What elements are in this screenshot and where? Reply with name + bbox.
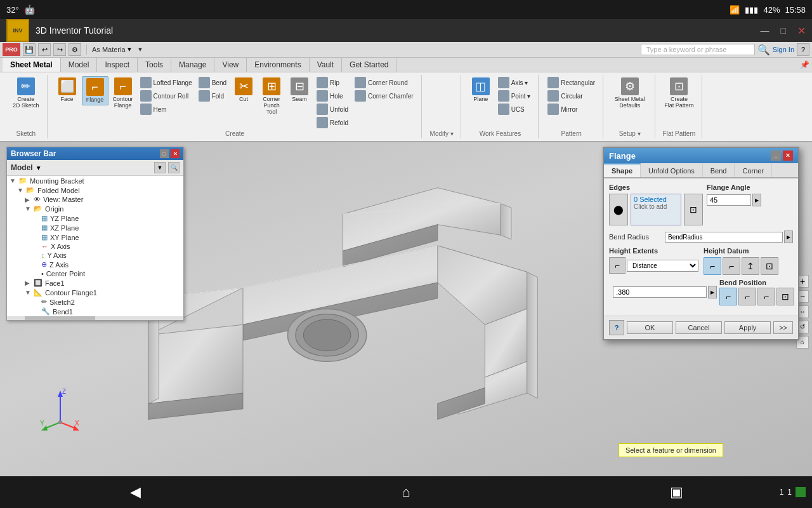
tab-bend[interactable]: Bend <box>703 163 735 177</box>
tree-item-folded-model[interactable]: ▼ 📂 Folded Model <box>7 185 183 195</box>
tree-item-xy-plane[interactable]: ▶ ▦ XY Plane <box>7 232 183 242</box>
browser-close-btn[interactable]: ✕ <box>171 149 180 158</box>
browser-toolbar-search[interactable]: 🔍 <box>168 162 180 173</box>
qat-misc[interactable]: ⚙ <box>69 43 81 56</box>
tree-item-xz-plane[interactable]: ▶ ▦ XZ Plane <box>7 223 183 232</box>
maximize-icon[interactable]: □ <box>781 25 786 36</box>
hole-btn[interactable]: Hole <box>314 90 351 102</box>
hem-btn[interactable]: Hem <box>138 103 195 116</box>
create-flat-pattern-btn[interactable]: ⊡ CreateFlat Pattern <box>662 76 697 110</box>
tab-environments[interactable]: Environments <box>247 58 309 72</box>
fold-btn[interactable]: Fold <box>196 90 229 102</box>
browser-toolbar-filter[interactable]: ▼ <box>154 162 166 173</box>
lofted-flange-btn[interactable]: Lofted Flange <box>138 76 195 89</box>
edge-selector-btn-1[interactable]: ⬤ <box>609 194 628 225</box>
unfold-btn[interactable]: Unfold <box>314 103 351 116</box>
bend-pos-btn-1[interactable]: ⌐ <box>719 288 737 305</box>
tab-view[interactable]: View <box>214 58 247 72</box>
edge-selector-btn-2[interactable]: ⊡ <box>684 194 703 225</box>
tree-item-bend1[interactable]: ▶ 🔧 Bend1 <box>7 307 183 316</box>
tab-shape[interactable]: Shape <box>604 163 641 177</box>
tree-item-origin[interactable]: ▼ 📂 Origin <box>7 204 183 213</box>
sheet-metal-defaults-btn[interactable]: ⚙ Sheet MetalDefaults <box>612 76 648 110</box>
bend-radius-arrow[interactable]: ▶ <box>784 231 793 243</box>
tree-item-center-point[interactable]: ▶ • Center Point <box>7 269 183 278</box>
axis-btn[interactable]: Axis ▾ <box>495 76 534 89</box>
minimize-icon[interactable]: — <box>761 25 769 36</box>
height-value-arrow[interactable]: ▶ <box>708 286 717 298</box>
dialog-min-btn[interactable]: _ <box>771 150 781 161</box>
color-selector[interactable]: ▼ <box>138 46 143 53</box>
tree-item-face1[interactable]: ▶ 🔲 Face1 <box>7 278 183 288</box>
rectangular-btn[interactable]: Rectangular <box>545 76 598 89</box>
flange-btn[interactable]: ⌐ Flange <box>82 76 108 105</box>
bend-pos-btn-3[interactable]: ⌐ <box>757 288 775 305</box>
qat-undo[interactable]: ↩ <box>38 43 51 56</box>
rip-btn[interactable]: Rip <box>314 76 351 89</box>
browser-restore-btn[interactable]: □ <box>160 149 169 158</box>
seam-btn[interactable]: ⊟ Seam <box>286 76 313 104</box>
tree-item-x-axis[interactable]: ▶ ↔ X Axis <box>7 242 183 251</box>
face-btn[interactable]: ⬜ Face <box>54 76 81 104</box>
dialog-cancel-btn[interactable]: Cancel <box>676 321 722 334</box>
bend-btn[interactable]: Bend <box>196 76 229 89</box>
model-dropdown-arrow[interactable]: ▼ <box>36 164 42 171</box>
height-extents-select[interactable]: Distance <box>627 260 698 272</box>
search-box[interactable]: Type a keyword or phrase <box>641 44 755 55</box>
nav-recent-btn[interactable]: ▣ <box>658 479 696 505</box>
tab-corner[interactable]: Corner <box>735 163 772 177</box>
dialog-ok-btn[interactable]: OK <box>627 321 673 334</box>
tab-inspect[interactable]: Inspect <box>97 58 138 72</box>
search-btn[interactable]: 🔍 <box>757 43 770 56</box>
bend-pos-btn-4[interactable]: ⊡ <box>776 288 794 305</box>
refold-btn[interactable]: Refold <box>314 116 351 129</box>
tree-item-y-axis[interactable]: ▶ ↕ Y Axis <box>7 251 183 260</box>
dialog-more-btn[interactable]: >> <box>773 321 793 334</box>
tab-tools[interactable]: Tools <box>138 58 171 72</box>
height-value-input[interactable]: .380 <box>613 286 707 298</box>
signin-btn[interactable]: Sign In <box>773 46 794 53</box>
tree-item-contour-flange1[interactable]: ▼ 📐 Contour Flange1 <box>7 288 183 297</box>
material-selector[interactable]: As Materia ▼ <box>92 46 133 53</box>
tab-sheet-metal[interactable]: Sheet Metal <box>3 58 61 72</box>
corner-punch-btn[interactable]: ⊞ CornerPunchTool <box>258 76 285 117</box>
height-datum-btn-3[interactable]: ↥ <box>742 257 759 275</box>
tab-model[interactable]: Model <box>61 58 98 72</box>
tab-manage[interactable]: Manage <box>171 58 214 72</box>
contour-roll-btn[interactable]: Contour Roll <box>138 90 195 102</box>
mirror-btn[interactable]: Mirror <box>545 103 598 116</box>
tree-item-yz-plane[interactable]: ▶ ▦ YZ Plane <box>7 213 183 223</box>
nav-home-btn[interactable]: ⌂ <box>387 479 425 505</box>
tree-item-z-axis[interactable]: ▶ ⊕ Z Axis <box>7 260 183 269</box>
flange-angle-input[interactable] <box>707 194 751 206</box>
circular-btn[interactable]: Circular <box>545 90 598 102</box>
dialog-apply-btn[interactable]: Apply <box>724 321 771 334</box>
dialog-help-btn[interactable]: ? <box>609 320 624 335</box>
help-btn[interactable]: ? <box>797 43 809 56</box>
height-datum-btn-1[interactable]: ⌐ <box>704 257 721 275</box>
nav-back-btn[interactable]: ◀ <box>116 479 154 505</box>
plane-btn[interactable]: ◫ Plane <box>468 76 494 104</box>
tab-pin[interactable]: 📌 <box>797 58 812 72</box>
cut-btn[interactable]: ✂ Cut <box>230 76 257 104</box>
file-menu-btn[interactable]: PRO <box>3 43 20 56</box>
qat-redo[interactable]: ↪ <box>53 43 66 56</box>
dialog-close-btn[interactable]: ✕ <box>783 150 793 161</box>
ucs-btn[interactable]: UCS <box>495 103 534 116</box>
contour-flange-btn[interactable]: ⌐ ContourFlange <box>110 76 136 110</box>
create-2d-sketch-btn[interactable]: ✏ Create2D Sketch <box>10 76 42 110</box>
close-icon[interactable]: ✕ <box>797 25 806 37</box>
tab-unfold-options[interactable]: Unfold Options <box>641 163 703 177</box>
corner-chamfer-btn[interactable]: Corner Chamfer <box>352 90 416 102</box>
corner-round-btn[interactable]: Corner Round <box>352 76 416 89</box>
bend-radius-input[interactable] <box>665 232 783 243</box>
tree-item-view-master[interactable]: ▶ 👁 View: Master <box>7 195 183 204</box>
height-datum-btn-4[interactable]: ⊡ <box>761 257 778 275</box>
tree-item-mounting-bracket[interactable]: ▼ 📁 Mounting Bracket <box>7 176 183 185</box>
tab-get-started[interactable]: Get Started <box>342 58 396 72</box>
tab-vault[interactable]: Vault <box>310 58 342 72</box>
tree-item-sketch2[interactable]: ▶ ✏ Sketch2 <box>7 297 183 307</box>
point-btn[interactable]: Point ▾ <box>495 90 534 102</box>
bend-pos-btn-2[interactable]: ⌐ <box>738 288 756 305</box>
flange-angle-arrow[interactable]: ▶ <box>752 194 761 206</box>
